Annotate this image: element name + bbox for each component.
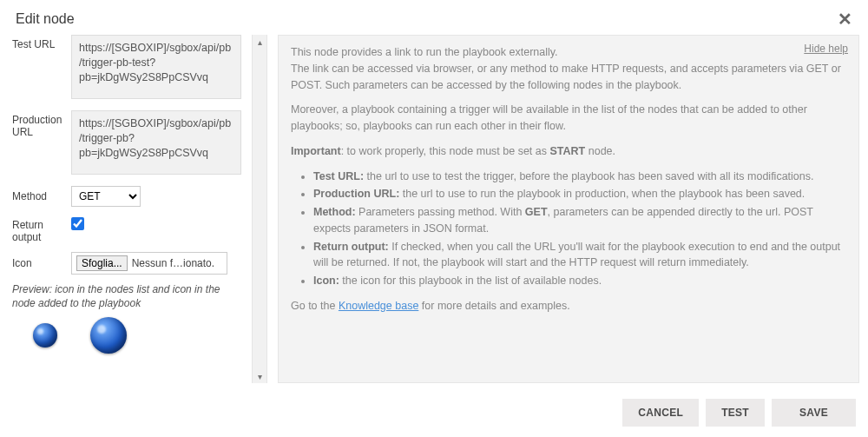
help-text: The link can be accessed via browser, or…: [291, 63, 841, 91]
preview-caption: Preview: icon in the nodes list and icon…: [12, 283, 241, 310]
knowledge-base-link[interactable]: Knowledge base: [339, 300, 418, 312]
modal-header: Edit node ✕: [0, 0, 868, 35]
test-url-label: Test URL: [9, 35, 71, 50]
method-label: Method: [9, 190, 71, 202]
modal-body: Test URL https://[SGBOXIP]/sgbox/api/pb/…: [0, 35, 868, 390]
help-kb-line: Go to the Knowledge base for more detail…: [291, 298, 846, 315]
close-icon[interactable]: ✕: [838, 10, 852, 28]
test-button[interactable]: TEST: [706, 399, 765, 427]
globe-icon: [33, 323, 57, 348]
modal-title: Edit node: [16, 11, 75, 27]
icon-file-picker[interactable]: Sfoglia... Nessun f…ionato.: [71, 252, 227, 275]
browse-button[interactable]: Sfoglia...: [76, 255, 128, 271]
help-text: This node provides a link to run the pla…: [291, 46, 558, 58]
cancel-button[interactable]: CANCEL: [622, 399, 699, 427]
test-url-input[interactable]: https://[SGBOXIP]/sgbox/api/pb/trigger-p…: [71, 35, 241, 99]
modal-footer: CANCEL TEST SAVE: [0, 390, 868, 437]
help-text: Moreover, a playbook containing a trigge…: [291, 102, 846, 135]
hide-help-link[interactable]: Hide help: [804, 41, 848, 56]
preview-icons: [9, 317, 241, 354]
production-url-label: Production URL: [9, 110, 71, 138]
return-output-label: Return output: [9, 215, 71, 243]
production-url-input[interactable]: https://[SGBOXIP]/sgbox/api/pb/trigger-p…: [71, 110, 241, 175]
form-scrollbar[interactable]: ▴ ▾: [252, 35, 267, 383]
edit-node-modal: Edit node ✕ Test URL https://[SGBOXIP]/s…: [0, 0, 868, 437]
method-select[interactable]: GET: [71, 186, 141, 207]
icon-label: Icon: [9, 257, 71, 269]
return-output-checkbox[interactable]: [71, 217, 84, 230]
help-panel: Hide help This node provides a link to r…: [278, 35, 859, 383]
help-list: Test URL: the url to use to test the tri…: [291, 169, 846, 289]
chevron-down-icon[interactable]: ▾: [253, 369, 266, 383]
globe-icon: [90, 317, 127, 354]
file-name-text: Nessun f…ionato.: [132, 257, 222, 269]
save-button[interactable]: SAVE: [772, 399, 856, 427]
help-text: Important: to work properly, this node m…: [291, 143, 846, 160]
chevron-up-icon[interactable]: ▴: [253, 35, 266, 49]
form-column: Test URL https://[SGBOXIP]/sgbox/api/pb/…: [9, 35, 241, 383]
